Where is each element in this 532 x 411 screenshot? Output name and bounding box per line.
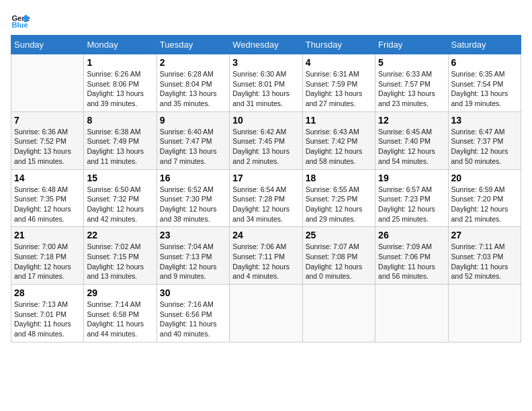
- day-number: 9: [160, 115, 226, 126]
- day-number: 24: [232, 230, 299, 240]
- calendar-cell: 4Sunrise: 6:31 AM Sunset: 7:59 PM Daylig…: [302, 54, 375, 112]
- calendar-cell: 17Sunrise: 6:54 AM Sunset: 7:28 PM Dayli…: [230, 169, 302, 227]
- calendar-cell: 6Sunrise: 6:35 AM Sunset: 7:54 PM Daylig…: [448, 54, 521, 112]
- calendar-table: SundayMondayTuesdayWednesdayThursdayFrid…: [11, 35, 521, 342]
- calendar-cell: [11, 54, 84, 112]
- weekday-header-tuesday: Tuesday: [157, 36, 229, 54]
- day-detail: Sunrise: 6:45 AM Sunset: 7:40 PM Dayligh…: [378, 127, 445, 167]
- calendar-cell: [302, 285, 375, 342]
- calendar-cell: [375, 285, 448, 342]
- day-number: 12: [378, 115, 445, 126]
- day-detail: Sunrise: 6:54 AM Sunset: 7:28 PM Dayligh…: [232, 185, 299, 224]
- day-detail: Sunrise: 6:48 AM Sunset: 7:35 PM Dayligh…: [14, 185, 81, 224]
- day-number: 29: [87, 287, 153, 298]
- calendar-cell: 19Sunrise: 6:57 AM Sunset: 7:23 PM Dayli…: [375, 169, 448, 227]
- day-detail: Sunrise: 7:16 AM Sunset: 6:56 PM Dayligh…: [160, 300, 226, 339]
- day-detail: Sunrise: 6:35 AM Sunset: 7:54 PM Dayligh…: [451, 69, 518, 109]
- day-number: 10: [232, 115, 299, 126]
- calendar-cell: 22Sunrise: 7:02 AM Sunset: 7:15 PM Dayli…: [84, 227, 157, 285]
- day-number: 6: [451, 57, 518, 68]
- calendar-cell: 28Sunrise: 7:13 AM Sunset: 7:01 PM Dayli…: [11, 285, 84, 342]
- calendar-cell: 23Sunrise: 7:04 AM Sunset: 7:13 PM Dayli…: [157, 227, 229, 285]
- calendar-cell: 12Sunrise: 6:45 AM Sunset: 7:40 PM Dayli…: [375, 111, 448, 169]
- calendar-cell: 7Sunrise: 6:36 AM Sunset: 7:52 PM Daylig…: [11, 111, 84, 169]
- day-number: 23: [160, 230, 226, 240]
- day-detail: Sunrise: 6:31 AM Sunset: 7:59 PM Dayligh…: [306, 69, 372, 109]
- day-detail: Sunrise: 6:38 AM Sunset: 7:49 PM Dayligh…: [87, 127, 153, 167]
- calendar-cell: 14Sunrise: 6:48 AM Sunset: 7:35 PM Dayli…: [11, 169, 84, 227]
- logo: General Blue: [11, 11, 32, 30]
- day-number: 5: [378, 57, 445, 68]
- day-number: 16: [160, 173, 226, 183]
- day-number: 8: [87, 115, 153, 126]
- day-detail: Sunrise: 7:06 AM Sunset: 7:11 PM Dayligh…: [232, 242, 299, 281]
- calendar-cell: 30Sunrise: 7:16 AM Sunset: 6:56 PM Dayli…: [157, 285, 229, 342]
- calendar-cell: 3Sunrise: 6:30 AM Sunset: 8:01 PM Daylig…: [230, 54, 302, 112]
- calendar-cell: [448, 285, 521, 342]
- day-number: 11: [306, 115, 372, 126]
- day-detail: Sunrise: 6:42 AM Sunset: 7:45 PM Dayligh…: [232, 127, 299, 167]
- calendar-row: 7Sunrise: 6:36 AM Sunset: 7:52 PM Daylig…: [11, 111, 521, 169]
- day-detail: Sunrise: 6:47 AM Sunset: 7:37 PM Dayligh…: [451, 127, 518, 167]
- day-number: 22: [87, 230, 153, 240]
- day-detail: Sunrise: 6:55 AM Sunset: 7:25 PM Dayligh…: [306, 185, 372, 224]
- day-number: 19: [378, 173, 445, 183]
- svg-text:Blue: Blue: [11, 21, 28, 29]
- day-detail: Sunrise: 7:00 AM Sunset: 7:18 PM Dayligh…: [14, 242, 81, 281]
- day-number: 4: [306, 57, 372, 68]
- calendar-cell: 29Sunrise: 7:14 AM Sunset: 6:58 PM Dayli…: [84, 285, 157, 342]
- day-detail: Sunrise: 7:11 AM Sunset: 7:03 PM Dayligh…: [451, 242, 518, 281]
- day-detail: Sunrise: 6:28 AM Sunset: 8:04 PM Dayligh…: [160, 69, 226, 109]
- logo-icon: General Blue: [11, 11, 30, 30]
- calendar-cell: 21Sunrise: 7:00 AM Sunset: 7:18 PM Dayli…: [11, 227, 84, 285]
- calendar-cell: 9Sunrise: 6:40 AM Sunset: 7:47 PM Daylig…: [157, 111, 229, 169]
- day-detail: Sunrise: 6:30 AM Sunset: 8:01 PM Dayligh…: [232, 69, 299, 109]
- day-number: 2: [160, 57, 226, 68]
- day-number: 21: [14, 230, 81, 240]
- calendar-cell: 15Sunrise: 6:50 AM Sunset: 7:32 PM Dayli…: [84, 169, 157, 227]
- day-number: 26: [378, 230, 445, 240]
- calendar-cell: 16Sunrise: 6:52 AM Sunset: 7:30 PM Dayli…: [157, 169, 229, 227]
- day-detail: Sunrise: 6:57 AM Sunset: 7:23 PM Dayligh…: [378, 185, 445, 224]
- day-number: 25: [306, 230, 372, 240]
- calendar-cell: 18Sunrise: 6:55 AM Sunset: 7:25 PM Dayli…: [302, 169, 375, 227]
- day-number: 20: [451, 173, 518, 183]
- calendar-cell: 1Sunrise: 6:26 AM Sunset: 8:06 PM Daylig…: [84, 54, 157, 112]
- day-number: 1: [87, 57, 153, 68]
- day-detail: Sunrise: 6:50 AM Sunset: 7:32 PM Dayligh…: [87, 185, 153, 224]
- day-detail: Sunrise: 6:33 AM Sunset: 7:57 PM Dayligh…: [378, 69, 445, 109]
- day-number: 3: [232, 57, 299, 68]
- calendar-cell: 13Sunrise: 6:47 AM Sunset: 7:37 PM Dayli…: [448, 111, 521, 169]
- day-detail: Sunrise: 7:13 AM Sunset: 7:01 PM Dayligh…: [14, 300, 81, 339]
- calendar-cell: 8Sunrise: 6:38 AM Sunset: 7:49 PM Daylig…: [84, 111, 157, 169]
- day-number: 13: [451, 115, 518, 126]
- calendar-cell: [230, 285, 302, 342]
- calendar-cell: 2Sunrise: 6:28 AM Sunset: 8:04 PM Daylig…: [157, 54, 229, 112]
- calendar-row: 21Sunrise: 7:00 AM Sunset: 7:18 PM Dayli…: [11, 227, 521, 285]
- day-number: 15: [87, 173, 153, 183]
- day-detail: Sunrise: 6:52 AM Sunset: 7:30 PM Dayligh…: [160, 185, 226, 224]
- day-number: 18: [306, 173, 372, 183]
- day-detail: Sunrise: 6:43 AM Sunset: 7:42 PM Dayligh…: [306, 127, 372, 167]
- weekday-header-wednesday: Wednesday: [230, 36, 302, 54]
- calendar-cell: 24Sunrise: 7:06 AM Sunset: 7:11 PM Dayli…: [230, 227, 302, 285]
- calendar-row: 28Sunrise: 7:13 AM Sunset: 7:01 PM Dayli…: [11, 285, 521, 342]
- calendar-cell: 27Sunrise: 7:11 AM Sunset: 7:03 PM Dayli…: [448, 227, 521, 285]
- day-number: 27: [451, 230, 518, 240]
- calendar-cell: 20Sunrise: 6:59 AM Sunset: 7:20 PM Dayli…: [448, 169, 521, 227]
- weekday-header-row: SundayMondayTuesdayWednesdayThursdayFrid…: [11, 36, 521, 54]
- day-detail: Sunrise: 7:14 AM Sunset: 6:58 PM Dayligh…: [87, 300, 153, 339]
- day-detail: Sunrise: 6:59 AM Sunset: 7:20 PM Dayligh…: [451, 185, 518, 224]
- calendar-cell: 10Sunrise: 6:42 AM Sunset: 7:45 PM Dayli…: [230, 111, 302, 169]
- header: General Blue: [11, 11, 521, 30]
- day-detail: Sunrise: 7:04 AM Sunset: 7:13 PM Dayligh…: [160, 242, 226, 281]
- day-number: 30: [160, 287, 226, 298]
- day-detail: Sunrise: 6:36 AM Sunset: 7:52 PM Dayligh…: [14, 127, 81, 167]
- weekday-header-saturday: Saturday: [448, 36, 521, 54]
- day-detail: Sunrise: 7:09 AM Sunset: 7:06 PM Dayligh…: [378, 242, 445, 281]
- calendar-cell: 25Sunrise: 7:07 AM Sunset: 7:08 PM Dayli…: [302, 227, 375, 285]
- weekday-header-thursday: Thursday: [302, 36, 375, 54]
- weekday-header-sunday: Sunday: [11, 36, 84, 54]
- day-detail: Sunrise: 6:40 AM Sunset: 7:47 PM Dayligh…: [160, 127, 226, 167]
- weekday-header-monday: Monday: [84, 36, 157, 54]
